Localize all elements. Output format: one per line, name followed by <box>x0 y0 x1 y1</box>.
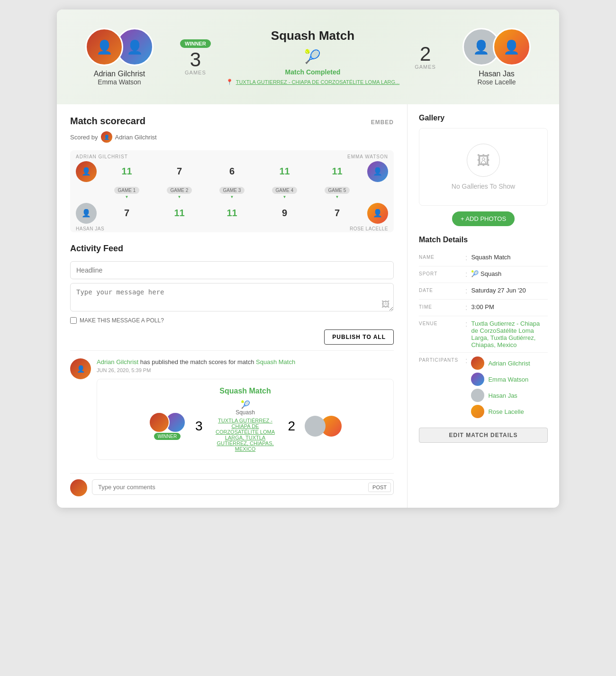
right-team-name2: Rose Lacelle <box>478 78 516 86</box>
post-button[interactable]: POST <box>368 483 391 492</box>
publish-button[interactable]: PUBLISH TO ALL <box>324 329 394 345</box>
p4-avatar <box>471 405 484 418</box>
scorecard-title: Match scorecard <box>70 116 145 127</box>
commenter-avatar <box>70 479 87 496</box>
gallery-empty: 🖼 No Galleries To Show <box>419 128 548 206</box>
headline-input[interactable] <box>70 261 394 279</box>
detail-label-name: NAME <box>419 254 462 260</box>
arrow-down-1: ▼ <box>100 195 153 199</box>
p3-name[interactable]: Hasan Jas <box>488 392 517 399</box>
embed-button[interactable]: EMBED <box>371 119 394 126</box>
bottom-right-avatar: 👤 <box>367 203 388 224</box>
left-player-label: ADRIAN GILCHRIST <box>76 154 128 159</box>
feed-item: 👤 Adrian Gilchrist has published the mat… <box>70 350 394 467</box>
mini-right-avatars <box>305 416 342 437</box>
game-badge-5: GAME 5 <box>325 187 350 194</box>
feed-time: JUN 26, 2020, 5:39 PM <box>97 367 394 373</box>
scored-by: Scored by 👤 Adrian Gilchrist <box>70 131 394 143</box>
detail-name: NAME : Squash Match <box>419 250 548 266</box>
right-team-avatars: 👤 👤 <box>462 28 531 66</box>
scorer-name: Adrian Gilchrist <box>115 134 157 141</box>
match-details-section: Match Details NAME : Squash Match SPORT … <box>419 236 548 443</box>
game-badge-4: GAME 4 <box>272 187 298 194</box>
feed-item-text: Adrian Gilchrist has published the match… <box>97 358 394 365</box>
bottom-score-2: 11 <box>153 201 206 225</box>
comment-input[interactable] <box>92 479 394 495</box>
left-team-name2: Emma Watson <box>98 78 141 86</box>
mini-right-team <box>305 416 342 437</box>
mini-left-avatars <box>149 412 186 433</box>
p2-name[interactable]: Emma Watson <box>488 376 528 383</box>
match-center: Squash Match 🎾 Match Completed 📍 TUXTLA … <box>226 28 400 85</box>
bottom-score-3: 11 <box>206 201 258 225</box>
feed-action-text: has published the match scores for match <box>140 358 254 365</box>
participant-3: Hasan Jas <box>471 389 530 402</box>
detail-value-sport: 🎾 Squash <box>471 270 501 277</box>
bottom-score-5: 7 <box>311 201 363 225</box>
detail-label-venue: VENUE <box>419 320 462 326</box>
left-player-avatar: 👤 <box>76 161 97 182</box>
left-team: 👤 👤 Adrian Gilchrist Emma Watson <box>72 28 167 86</box>
message-input-wrap: 🖼 <box>70 283 394 313</box>
gallery-empty-icon: 🖼 <box>467 144 500 177</box>
feed-match-link[interactable]: Squash Match <box>256 358 295 365</box>
edit-match-details-button[interactable]: EDIT MATCH DETAILS <box>419 428 548 443</box>
bottom-left-avatar: 👤 <box>76 203 97 224</box>
participants-list: Adrian Gilchrist Emma Watson Hasan Jas <box>471 356 530 418</box>
left-panel: Match scorecard EMBED Scored by 👤 Adrian… <box>57 104 408 508</box>
mini-winner-badge: WINNER <box>154 433 181 440</box>
game-label-3: GAME 3 ▼ <box>206 185 258 199</box>
mini-right-score: 2 <box>288 419 296 434</box>
detail-value-date: Saturday 27 Jun '20 <box>471 287 525 294</box>
activity-feed-section: Activity Feed 🖼 MAKE THIS MESSAGE A POLL… <box>70 244 394 496</box>
bottom-left-name: HASAN JAS <box>76 226 104 231</box>
detail-label-participants: PARTICIPANTS <box>419 356 462 363</box>
right-player-label: EMMA WATSON <box>347 154 388 159</box>
add-photos-wrap: + ADD PHOTOS <box>419 211 548 226</box>
mini-sport-icon: 🎾 <box>212 400 279 409</box>
game-label-5: GAME 5 ▼ <box>311 185 363 199</box>
right-games-count: 2 <box>415 44 436 64</box>
scorecard-table: ADRIAN GILCHRIST EMMA WATSON 👤 11 7 6 11… <box>70 150 394 232</box>
mini-match-card: Squash Match WINNER 3 <box>97 379 394 460</box>
p4-name[interactable]: Rose Lacelle <box>488 408 524 415</box>
publish-row: PUBLISH TO ALL <box>70 329 394 345</box>
participant-4: Rose Lacelle <box>471 405 530 418</box>
left-score: WINNER 3 GAMES <box>180 39 211 75</box>
top-score-5: 11 <box>311 159 363 183</box>
match-title: Squash Match <box>226 28 400 43</box>
mini-left-team: WINNER <box>149 412 186 440</box>
message-input[interactable] <box>70 283 394 311</box>
bottom-scores: 7 11 11 9 7 <box>100 201 363 225</box>
detail-value-name: Squash Match <box>471 254 510 261</box>
detail-value-time: 3:00 PM <box>471 303 494 311</box>
comment-input-wrap: POST <box>92 479 394 495</box>
player-labels-row: ADRIAN GILCHRIST EMMA WATSON <box>70 150 394 159</box>
arrow-down-3: ▼ <box>206 195 258 199</box>
vs-section: WINNER 3 GAMES Squash Match 🎾 Match Comp… <box>180 28 436 85</box>
p2-avatar <box>471 373 484 386</box>
participant-2: Emma Watson <box>471 373 530 386</box>
left-team-avatars: 👤 👤 <box>85 28 154 66</box>
poll-checkbox[interactable] <box>70 317 77 324</box>
feed-user-link[interactable]: Adrian Gilchrist <box>97 358 138 365</box>
right-panel: Gallery 🖼 No Galleries To Show + ADD PHO… <box>408 104 559 508</box>
top-score-3: 6 <box>206 159 258 183</box>
location-pin-icon: 📍 <box>226 79 233 85</box>
arrow-down-5: ▼ <box>311 195 363 199</box>
game-label-1: GAME 1 ▼ <box>100 185 153 199</box>
feed-item-content: Adrian Gilchrist has published the match… <box>97 358 394 460</box>
gallery-section: Gallery 🖼 No Galleries To Show + ADD PHO… <box>419 114 548 226</box>
winner-badge: WINNER <box>180 39 211 48</box>
p1-name[interactable]: Adrian Gilchrist <box>488 360 530 367</box>
sport-icon: 🎾 <box>226 49 400 64</box>
top-scores-row: 👤 11 7 6 11 11 👤 <box>70 159 394 183</box>
gallery-empty-text: No Galleries To Show <box>427 183 540 190</box>
match-venue-link[interactable]: TUXTLA GUTIERREZ - CHIAPA DE CORZOSATÉLI… <box>236 79 400 85</box>
add-photos-button[interactable]: + ADD PHOTOS <box>452 211 515 226</box>
image-upload-icon[interactable]: 🖼 <box>381 300 390 310</box>
mini-venue[interactable]: TUXTLA GUTIÉRREZ - CHIAPA DE CORZOSATÉLI… <box>212 418 279 452</box>
p3-avatar <box>471 389 484 402</box>
detail-value-venue[interactable]: Tuxtla Gutierrez - Chiapa de CorzoSatéli… <box>471 320 548 348</box>
detail-label-date: DATE <box>419 287 462 293</box>
